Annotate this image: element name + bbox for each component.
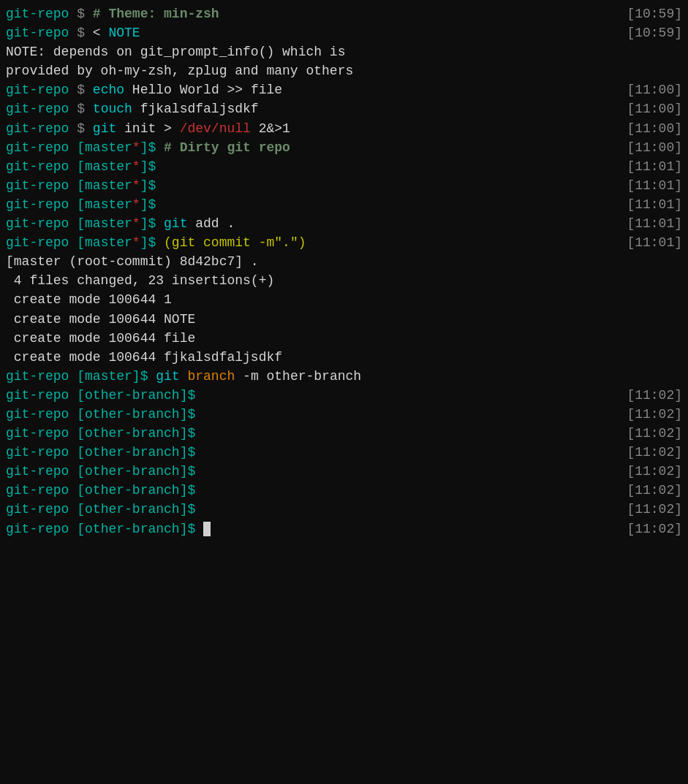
line-timestamp: [11:01]: [627, 157, 682, 176]
terminal-line: git-repo [other-branch]$ [11:02]: [6, 520, 682, 538]
terminal-line: git-repo [other-branch]$[11:02]: [6, 405, 682, 424]
terminal-line: git-repo [master*]$[11:01]: [6, 157, 682, 176]
line-timestamp: [11:02]: [627, 443, 682, 462]
line-timestamp: [11:00]: [627, 80, 682, 99]
line-content: create mode 100644 1: [6, 290, 682, 309]
line-timestamp: [11:01]: [627, 233, 682, 252]
line-content: git-repo [other-branch]$: [6, 462, 621, 481]
line-content: git-repo $ echo Hello World >> file: [6, 80, 621, 99]
terminal-line: git-repo [other-branch]$[11:02]: [6, 481, 682, 500]
line-timestamp: [11:01]: [627, 195, 682, 214]
line-content: git-repo [master*]$ git add .: [6, 214, 621, 233]
terminal-line: provided by oh-my-zsh, zplug and many ot…: [6, 61, 682, 80]
terminal-line: git-repo [master*]$ git add .[11:01]: [6, 214, 682, 233]
terminal-line: git-repo [master]$ git branch -m other-b…: [6, 367, 682, 386]
line-timestamp: [11:02]: [627, 481, 682, 500]
line-content: git-repo [other-branch]$: [6, 405, 621, 424]
line-content: git-repo [other-branch]$: [6, 443, 621, 462]
terminal-line: git-repo [master*]$[11:01]: [6, 195, 682, 214]
line-content: git-repo [master*]$: [6, 195, 621, 214]
terminal-line: git-repo [other-branch]$[11:02]: [6, 500, 682, 519]
line-timestamp: [11:02]: [627, 520, 682, 538]
line-content: git-repo [other-branch]$: [6, 500, 621, 519]
line-timestamp: [11:02]: [627, 405, 682, 424]
line-timestamp: [11:02]: [627, 500, 682, 519]
terminal-line: create mode 100644 fjkalsdfaljsdkf: [6, 348, 682, 367]
line-timestamp: [11:00]: [627, 138, 682, 157]
line-content: git-repo $ git init > /dev/null 2&>1: [6, 119, 621, 138]
terminal-line: NOTE: depends on git_prompt_info() which…: [6, 42, 682, 61]
line-content: NOTE: depends on git_prompt_info() which…: [6, 42, 682, 61]
line-timestamp: [10:59]: [627, 23, 682, 42]
terminal-line: git-repo [other-branch]$[11:02]: [6, 462, 682, 481]
terminal-line: 4 files changed, 23 insertions(+): [6, 271, 682, 290]
terminal-line: create mode 100644 file: [6, 329, 682, 348]
line-content: 4 files changed, 23 insertions(+): [6, 271, 682, 290]
line-content: git-repo $ # Theme: min-zsh: [6, 4, 621, 23]
line-timestamp: [11:00]: [627, 99, 682, 118]
line-content: create mode 100644 fjkalsdfaljsdkf: [6, 348, 682, 367]
terminal: git-repo $ # Theme: min-zsh[10:59]git-re…: [6, 4, 682, 538]
line-timestamp: [11:01]: [627, 176, 682, 195]
terminal-line: git-repo [master*]$ # Dirty git repo[11:…: [6, 138, 682, 157]
terminal-line: git-repo $ touch fjkalsdfaljsdkf[11:00]: [6, 99, 682, 118]
line-content: git-repo [other-branch]$: [6, 481, 621, 500]
terminal-line: git-repo $ < NOTE[10:59]: [6, 23, 682, 42]
line-content: provided by oh-my-zsh, zplug and many ot…: [6, 61, 682, 80]
line-content: git-repo [master]$ git branch -m other-b…: [6, 367, 682, 386]
line-timestamp: [11:00]: [627, 119, 682, 138]
line-content: create mode 100644 file: [6, 329, 682, 348]
line-content: git-repo [other-branch]$: [6, 520, 621, 538]
terminal-line: git-repo [master*]$[11:01]: [6, 176, 682, 195]
terminal-line: git-repo $ echo Hello World >> file[11:0…: [6, 80, 682, 99]
line-content: git-repo [master*]$ (git commit -m"."): [6, 233, 621, 252]
line-content: git-repo $ touch fjkalsdfaljsdkf: [6, 99, 621, 118]
line-timestamp: [11:01]: [627, 214, 682, 233]
terminal-line: git-repo $ git init > /dev/null 2&>1[11:…: [6, 119, 682, 138]
line-content: [master (root-commit) 8d42bc7] .: [6, 252, 682, 271]
line-timestamp: [11:02]: [627, 462, 682, 481]
line-timestamp: [11:02]: [627, 386, 682, 405]
terminal-line: create mode 100644 1: [6, 290, 682, 309]
cursor: [203, 522, 211, 536]
line-content: git-repo [master*]$: [6, 176, 621, 195]
terminal-line: git-repo [master*]$ (git commit -m".")[1…: [6, 233, 682, 252]
line-content: git-repo [other-branch]$: [6, 386, 621, 405]
terminal-line: git-repo $ # Theme: min-zsh[10:59]: [6, 4, 682, 23]
terminal-line: create mode 100644 NOTE: [6, 310, 682, 329]
line-content: git-repo [other-branch]$: [6, 424, 621, 443]
line-content: git-repo [master*]$ # Dirty git repo: [6, 138, 621, 157]
line-timestamp: [11:02]: [627, 424, 682, 443]
terminal-line: git-repo [other-branch]$[11:02]: [6, 424, 682, 443]
terminal-line: git-repo [other-branch]$[11:02]: [6, 443, 682, 462]
line-content: create mode 100644 NOTE: [6, 310, 682, 329]
terminal-line: git-repo [other-branch]$[11:02]: [6, 386, 682, 405]
line-content: git-repo $ < NOTE: [6, 23, 621, 42]
line-timestamp: [10:59]: [627, 4, 682, 23]
terminal-line: [master (root-commit) 8d42bc7] .: [6, 252, 682, 271]
line-content: git-repo [master*]$: [6, 157, 621, 176]
